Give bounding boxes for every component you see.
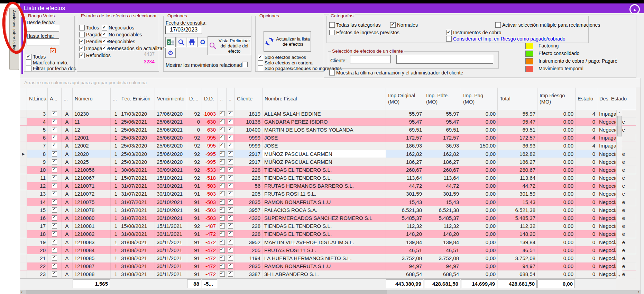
row-select-checkbox[interactable] xyxy=(52,271,57,277)
cell-total[interactable]: 260,67 xyxy=(498,166,537,174)
row-flag-checkbox[interactable] xyxy=(220,159,225,164)
cell-numero[interactable]: 1210072 xyxy=(73,190,111,198)
cell-c2[interactable] xyxy=(227,110,235,118)
cell-c2[interactable] xyxy=(227,270,235,278)
cell-letter[interactable]: A xyxy=(62,126,73,134)
cell-emi[interactable]: 25/03/2020 xyxy=(119,158,155,166)
cell-ven[interactable]: 25/06/2021 xyxy=(155,126,187,134)
cell-c2[interactable] xyxy=(227,262,235,270)
cell-uno[interactable]: 1 xyxy=(111,190,119,198)
cell-c1[interactable] xyxy=(218,230,227,238)
column-header-letter[interactable]: ... xyxy=(62,88,73,110)
cell-nombre[interactable]: MARTIN DE LOS SANTOS YOLANDA xyxy=(263,126,386,134)
cell-pdte[interactable]: 15,43 xyxy=(424,198,461,206)
cell-numero[interactable]: 1210087 xyxy=(73,262,111,270)
scroll-down-icon[interactable]: ▼ xyxy=(617,273,622,278)
cell-riesgo[interactable]: 0,00 xyxy=(537,214,576,222)
cell-check[interactable] xyxy=(48,158,62,166)
cell-numero[interactable]: 1210088 xyxy=(73,270,111,278)
cell-cliente[interactable]: 2917 xyxy=(235,150,263,158)
cliente-code-input[interactable] xyxy=(350,55,391,63)
cell-numero[interactable]: 10230 xyxy=(73,110,111,118)
cell-n[interactable]: 23 xyxy=(27,270,48,278)
cell-c2[interactable] xyxy=(227,126,235,134)
column-header-estado[interactable]: Estado xyxy=(576,88,597,110)
cell-total[interactable]: 3.752,08 xyxy=(498,254,537,262)
cell-orig[interactable]: 94,97 xyxy=(386,262,424,270)
cell-numero[interactable]: 12002 xyxy=(73,142,111,150)
cell-check[interactable] xyxy=(48,238,62,246)
cell-emi[interactable]: 31/07/2021 xyxy=(119,214,155,222)
cell-ven[interactable]: 30/11/2021 xyxy=(155,230,187,238)
column-header-pag[interactable]: Imp. Pag. (MO) xyxy=(461,88,498,110)
row-select-checkbox[interactable] xyxy=(52,207,57,213)
cell-ven[interactable]: 30/11/2021 xyxy=(155,254,187,262)
cell-total[interactable]: 95,47 xyxy=(498,118,537,126)
cell-pdte[interactable]: 94,97 xyxy=(424,262,461,270)
cell-c2[interactable] xyxy=(227,190,235,198)
cell-c1[interactable] xyxy=(218,110,227,118)
cell-ven[interactable]: 30/11/2021 xyxy=(155,246,187,254)
cell-ven[interactable]: 30/10/2021 xyxy=(155,206,187,214)
desde-fecha-input[interactable] xyxy=(27,25,59,32)
cell-emi[interactable]: 31/07/2021 xyxy=(119,198,155,206)
search-button[interactable] xyxy=(176,37,186,47)
cell-letter[interactable]: A xyxy=(62,118,73,126)
row-flag-checkbox[interactable] xyxy=(220,151,225,157)
cell-riesgo[interactable]: 0,00 xyxy=(537,198,576,206)
row-flag-checkbox[interactable] xyxy=(220,143,225,148)
row-flag-checkbox[interactable] xyxy=(228,271,233,277)
cell-cliente[interactable]: 2835 xyxy=(235,262,263,270)
row-indicator[interactable] xyxy=(20,230,27,238)
cell-estado[interactable]: 0 xyxy=(576,118,597,126)
cell-c2[interactable] xyxy=(227,206,235,214)
cell-estado[interactable]: 0 xyxy=(576,198,597,206)
row-indicator[interactable] xyxy=(20,142,27,150)
cell-orig[interactable]: 186,27 xyxy=(386,158,424,166)
row-select-checkbox[interactable] xyxy=(52,231,57,237)
cell-nombre[interactable]: MUÑOZ PASCUAL CARMEN xyxy=(263,158,386,166)
cell-c1[interactable] xyxy=(218,246,227,254)
cell-nombre[interactable]: FRUTAS ROSI 11 S.L. xyxy=(263,246,386,254)
column-header-uno[interactable]: ... xyxy=(111,88,119,110)
cell-emi[interactable]: 25/03/2020 xyxy=(119,150,155,158)
cell-n[interactable]: 13 xyxy=(27,190,48,198)
cell-ven[interactable]: 25/06/2021 xyxy=(155,118,187,126)
cell-n[interactable]: 10 xyxy=(27,166,48,174)
cell-c1[interactable] xyxy=(218,254,227,262)
cell-n[interactable]: 3 xyxy=(27,110,48,118)
cell-riesgo[interactable]: 0,00 xyxy=(537,206,576,214)
cell-orig[interactable]: 162,82 xyxy=(386,150,424,158)
cell-letter[interactable]: A xyxy=(62,246,73,254)
cell-riesgo[interactable]: 0,00 xyxy=(537,246,576,254)
cell-letter[interactable]: A xyxy=(62,254,73,262)
cell-riesgo[interactable]: 0,00 xyxy=(537,270,576,278)
cell-emi[interactable]: 25/06/2021 xyxy=(119,126,155,134)
cell-emi[interactable]: 25/06/2021 xyxy=(119,118,155,126)
cell-check[interactable] xyxy=(48,262,62,270)
cell-dd[interactable]: -472 xyxy=(202,262,218,270)
cell-c1[interactable] xyxy=(218,270,227,278)
cell-d[interactable]: 91 xyxy=(187,238,202,246)
cell-uno[interactable]: 1 xyxy=(111,110,119,118)
cell-d[interactable]: 91 xyxy=(187,214,202,222)
cell-numero[interactable]: 11 xyxy=(73,118,111,126)
scroll-up-icon[interactable]: ▲ xyxy=(617,110,622,115)
cell-nombre[interactable]: JOSE xyxy=(263,142,386,150)
cell-c1[interactable] xyxy=(218,126,227,134)
cell-riesgo[interactable]: 0,00 xyxy=(537,182,576,190)
cell-letter[interactable]: A xyxy=(62,206,73,214)
column-header-c2[interactable]: .. xyxy=(227,88,235,110)
row-select-checkbox[interactable] xyxy=(52,135,57,140)
cell-nombre[interactable]: ALLAM SALAH EDDINE xyxy=(263,110,386,118)
cell-numero[interactable]: 12 xyxy=(73,126,111,134)
cell-cliente[interactable]: 228 xyxy=(235,166,263,174)
row-flag-checkbox[interactable] xyxy=(228,167,233,172)
column-header-des[interactable]: Des. Estado xyxy=(597,88,636,110)
cell-check[interactable] xyxy=(48,198,62,206)
actualizar-lista-button[interactable]: Actualizar la lista de efectos xyxy=(264,31,311,52)
group-by-bar[interactable]: Arrastre una columna aquí para agrupar p… xyxy=(20,78,641,88)
cell-nombre[interactable]: LA HUERTA HERMANOS NIETO S.L. xyxy=(263,254,386,262)
cell-numero[interactable]: 12025 xyxy=(73,158,111,166)
row-select-checkbox[interactable] xyxy=(52,143,57,148)
